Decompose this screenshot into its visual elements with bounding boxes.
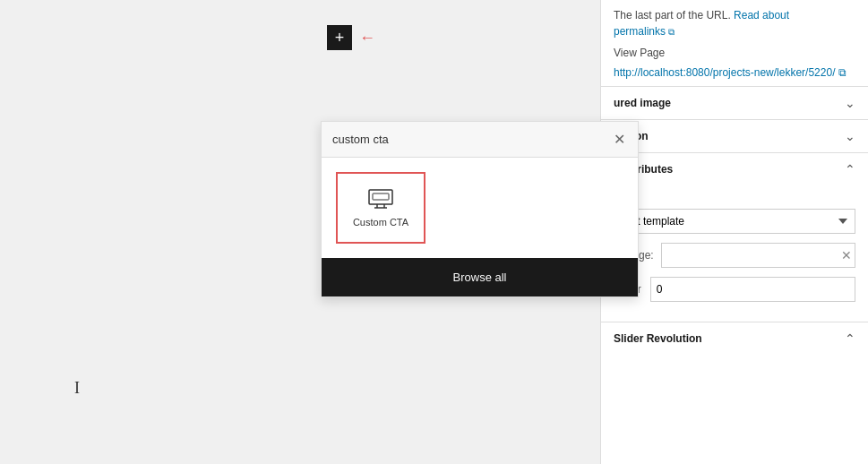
view-page-row: View Page (601, 39, 868, 66)
template-label: late: (614, 193, 855, 205)
permalinks-link[interactable]: permalinks ⧉ (614, 25, 675, 38)
template-select[interactable]: fault template (614, 209, 855, 234)
clear-search-button[interactable]: ✕ (612, 131, 627, 148)
featured-image-title: ured image (614, 97, 671, 109)
arrow-icon: ← (359, 29, 375, 47)
custom-cta-label: Custom CTA (353, 217, 408, 228)
page-url-link[interactable]: http://localhost:8080/projects-new/lekke… (601, 66, 868, 86)
discussion-header[interactable]: ussion ⌄ (601, 120, 868, 152)
page-attributes-chevron: ⌃ (845, 162, 855, 176)
slider-revolution-header[interactable]: Slider Revolution ⌃ (601, 322, 868, 355)
external-link-icon: ⧉ (668, 27, 675, 37)
order-row: Order (614, 277, 855, 302)
search-input-row: ✕ (322, 122, 638, 158)
parent-page-row: nt Page: ✕ (614, 243, 855, 268)
parent-page-input[interactable] (661, 243, 855, 268)
right-sidebar: The last part of the URL. Read about per… (600, 0, 868, 464)
order-input[interactable] (650, 277, 855, 302)
custom-cta-block-item[interactable]: Custom CTA (336, 172, 425, 244)
sidebar-url-description: The last part of the URL. Read about per… (601, 0, 868, 39)
featured-image-header[interactable]: ured image ⌄ (601, 87, 868, 119)
block-search-popup: ✕ Custom CTA Browse all (321, 121, 639, 297)
slider-revolution-section: Slider Revolution ⌃ (601, 322, 868, 355)
page-attributes-section: e Attributes ⌃ late: fault template nt P… (601, 152, 868, 322)
featured-image-chevron: ⌄ (845, 96, 855, 110)
discussion-chevron: ⌄ (845, 129, 855, 143)
slider-revolution-title: Slider Revolution (614, 332, 702, 345)
add-block-area: + ← (327, 25, 375, 50)
page-attributes-content: late: fault template nt Page: ✕ Order (601, 185, 868, 322)
template-field-row: late: fault template (614, 193, 855, 234)
add-block-button[interactable]: + (327, 25, 352, 50)
block-search-input[interactable] (332, 133, 612, 146)
parent-page-clear-button[interactable]: ✕ (841, 248, 852, 262)
url-description-text: The last part of the URL. (614, 9, 731, 21)
parent-page-input-wrap: ✕ (661, 243, 855, 268)
featured-image-section: ured image ⌄ (601, 86, 868, 119)
block-results-grid: Custom CTA (322, 158, 638, 258)
monitor-icon (368, 189, 393, 211)
svg-rect-4 (373, 193, 389, 200)
read-about-link[interactable]: Read about (734, 9, 789, 21)
slider-revolution-chevron: ⌃ (845, 331, 855, 346)
external-link-icon-2: ⧉ (838, 66, 847, 79)
view-page-label: View Page (614, 47, 665, 59)
discussion-section: ussion ⌄ (601, 119, 868, 152)
browse-all-button[interactable]: Browse all (322, 258, 638, 296)
page-attributes-header[interactable]: e Attributes ⌃ (601, 153, 868, 185)
